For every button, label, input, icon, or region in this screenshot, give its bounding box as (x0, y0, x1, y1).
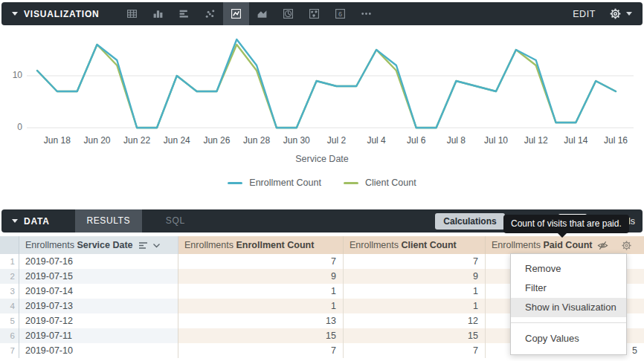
scatter-plot-icon[interactable] (197, 2, 223, 25)
x-axis-title: Service Date (0, 154, 644, 164)
table-cell[interactable]: 7 (344, 254, 486, 269)
gear-icon (609, 7, 622, 20)
table-cell[interactable]: 1 (344, 299, 486, 313)
data-tabs: RESULTS SQL (75, 209, 209, 232)
pie-chart-icon[interactable] (275, 2, 301, 25)
collapse-visualization-icon[interactable] (12, 12, 18, 16)
table-header: Enrollments Service DateEnrollments Enro… (0, 236, 644, 254)
x-axis-tick: Jul 16 (593, 135, 638, 146)
menu-item-remove[interactable]: Remove (511, 259, 626, 279)
y-axis-tick: 10 (6, 70, 22, 80)
row-number: 6 (0, 328, 19, 343)
explore-page: VISUALIZATION 6 EDIT Jun 18Jun 20Jun 22J… (0, 0, 644, 361)
view-name: Enrollments (492, 240, 543, 250)
field-name: Client Count (401, 240, 456, 250)
x-axis-tick: Jul 10 (474, 135, 518, 146)
table-cell[interactable]: 2019-07-11 (19, 328, 178, 343)
bar-chart-icon[interactable] (171, 2, 197, 25)
table-cell[interactable]: 2019-07-16 (19, 254, 178, 269)
table-cell[interactable]: 13 (178, 313, 344, 328)
table-cell[interactable]: 9 (344, 269, 486, 284)
x-axis-tick: Jun 18 (35, 135, 80, 146)
legend-item[interactable]: Client Count (344, 178, 416, 188)
column-context-menu: RemoveFilterShow in VisualizationCopy Va… (510, 253, 627, 355)
row-number: 1 (0, 254, 19, 269)
table-cell[interactable]: 9 (178, 269, 344, 284)
edit-button[interactable]: EDIT (573, 9, 596, 19)
visualization-bar: VISUALIZATION 6 EDIT (1, 2, 643, 25)
x-axis-tick: Jun 30 (274, 135, 319, 146)
table-cell[interactable]: 1 (178, 284, 344, 299)
view-name: Enrollments (350, 240, 401, 250)
menu-item-show-in-visualization[interactable]: Show in Visualization (511, 298, 626, 317)
table-cell[interactable]: 2019-07-10 (19, 343, 178, 358)
menu-item-filter[interactable]: Filter (511, 279, 626, 298)
sort-desc-icon (138, 241, 148, 250)
x-axis-tick: Jul 8 (434, 135, 478, 146)
field-name: Paid Count (543, 240, 592, 250)
tab-results[interactable]: RESULTS (75, 209, 142, 232)
legend-swatch (228, 182, 242, 184)
svg-text:6: 6 (338, 10, 341, 18)
collapse-data-icon[interactable] (12, 219, 18, 223)
table-cell[interactable]: 2019-07-12 (19, 313, 178, 328)
table-cell[interactable]: 2019-07-15 (19, 269, 178, 284)
column-header-enrollment-count[interactable]: Enrollments Enrollment Count (178, 236, 344, 254)
table-cell[interactable]: 2019-07-13 (19, 299, 178, 313)
more-viz-types-icon[interactable] (353, 2, 379, 25)
viz-settings-button[interactable] (609, 7, 632, 20)
table-cell[interactable]: 1 (178, 299, 344, 313)
column-gear-button[interactable] (621, 239, 632, 254)
column-chart-icon[interactable] (145, 2, 171, 25)
y-axis-tick: 0 (6, 122, 22, 132)
x-axis-tick: Jun 26 (194, 135, 239, 146)
column-header-client-count[interactable]: Enrollments Client Count (344, 236, 486, 254)
x-axis-tick: Jul 2 (314, 135, 358, 146)
eye-slash-icon[interactable] (597, 241, 608, 250)
table-cell[interactable]: 15 (344, 328, 486, 343)
row-number: 2 (0, 269, 19, 284)
legend-label: Client Count (365, 178, 416, 188)
view-name: Enrollments (25, 240, 77, 250)
legend-item[interactable]: Enrollment Count (228, 178, 321, 188)
area-chart-icon[interactable] (249, 2, 275, 25)
single-value-icon[interactable]: 6 (327, 2, 353, 25)
table-cell[interactable]: 2019-07-14 (19, 284, 178, 299)
field-tooltip: Count of visits that are paid. (503, 215, 629, 233)
table-cell[interactable]: 7 (344, 343, 486, 358)
chart-legend: Enrollment CountClient Count (0, 178, 644, 188)
calculations-button[interactable]: Calculations (435, 213, 504, 230)
table-chart-icon[interactable] (119, 2, 145, 25)
line-chart-icon[interactable] (223, 2, 249, 25)
x-axis-tick: Jul 12 (514, 135, 558, 146)
row-number: 5 (0, 313, 19, 328)
table-cell[interactable]: 1 (344, 284, 486, 299)
column-header-paid-count[interactable]: Enrollments Paid Count (486, 236, 644, 254)
menu-separator (511, 322, 626, 323)
viz-type-picker: 6 (119, 2, 379, 25)
column-header-service-date[interactable]: Enrollments Service Date (19, 236, 178, 254)
x-axis-tick: Jul 6 (394, 135, 439, 146)
x-axis-tick: Jul 4 (354, 135, 399, 146)
chevron-down-icon[interactable] (152, 242, 161, 249)
x-axis-tick: Jun 28 (234, 135, 279, 146)
table-cell[interactable]: 12 (344, 313, 486, 328)
legend-label: Enrollment Count (249, 178, 321, 188)
x-axis-tick: Jun 22 (115, 135, 159, 146)
table-cell[interactable]: 7 (178, 254, 344, 269)
tab-sql[interactable]: SQL (142, 209, 209, 232)
table-cell[interactable]: 15 (178, 328, 344, 343)
chevron-down-icon (626, 12, 632, 16)
x-axis-tick: Jun 24 (155, 135, 199, 146)
line-chart-svg[interactable] (0, 27, 644, 132)
gear-icon (621, 240, 632, 251)
data-title: DATA (24, 216, 50, 227)
menu-item-copy-values[interactable]: Copy Values (511, 329, 626, 348)
row-number-header (0, 236, 19, 254)
field-name: Service Date (77, 240, 132, 250)
view-name: Enrollments (184, 240, 236, 250)
x-axis-tick: Jul 14 (553, 135, 598, 146)
table-cell[interactable]: 7 (178, 343, 344, 358)
map-chart-icon[interactable] (301, 2, 327, 25)
field-name: Enrollment Count (236, 240, 314, 250)
